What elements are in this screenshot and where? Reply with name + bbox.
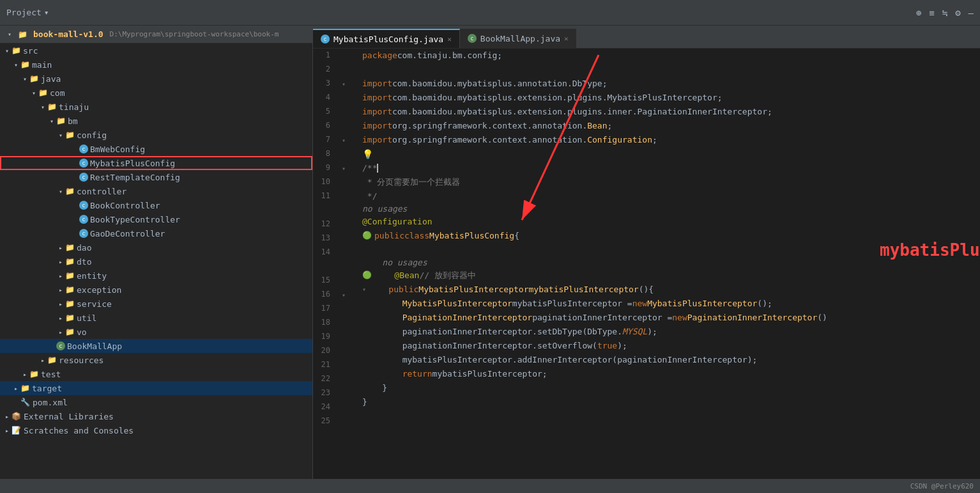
- chevron-config: [56, 132, 65, 139]
- external-icon: 📦: [11, 412, 21, 421]
- label-target: target: [32, 384, 62, 393]
- code-line-11: */: [362, 189, 980, 203]
- label-dto: dto: [77, 257, 91, 267]
- ln-9: 9: [313, 161, 335, 175]
- line-numbers: 1 2 3 4 5 6 7 8 9 10 11 · 12 13 14 · 15 …: [313, 49, 342, 479]
- tree-item-test[interactable]: 📁 test: [0, 367, 312, 381]
- ln-23: 23: [313, 386, 335, 400]
- code-line-3: import com.baomidou.mybatisplus.annotati…: [362, 77, 980, 91]
- g5: [342, 105, 356, 119]
- label-gaodecontroller: GaoDeController: [90, 229, 165, 239]
- ln-19: 19: [313, 330, 335, 344]
- close-bookmall[interactable]: ✕: [564, 35, 569, 43]
- tree-item-resttemplateconfig[interactable]: c RestTemplateConfig: [0, 170, 312, 184]
- settings-icon[interactable]: ⚙: [955, 8, 960, 18]
- label-main: main: [32, 60, 52, 70]
- label-util: util: [77, 313, 96, 323]
- close-mybatis[interactable]: ✕: [447, 35, 452, 43]
- ln-21: 21: [313, 358, 335, 372]
- tree-item-pomxml[interactable]: 🔧 pom.xml: [0, 395, 312, 409]
- ln-17: 17: [313, 302, 335, 316]
- tree-item-main[interactable]: 📁 main: [0, 58, 312, 72]
- ln-3: 3: [313, 77, 335, 91]
- g21: [342, 358, 356, 372]
- g1: [342, 49, 356, 63]
- locate-icon[interactable]: ⊕: [916, 8, 921, 18]
- chevron-service: [56, 301, 65, 308]
- tree-item-resources[interactable]: 📁 resources: [0, 353, 312, 367]
- tree-item-bm[interactable]: 📁 bm: [0, 114, 312, 128]
- chevron-vo: [56, 329, 65, 336]
- tree-item-tinaju[interactable]: 📁 tinaju: [0, 100, 312, 114]
- tree-item-target[interactable]: 📁 target: [0, 381, 312, 395]
- toolbar-icons: ⊕ ≡ ≒ ⚙ —: [916, 8, 974, 18]
- project-text: Project: [6, 8, 42, 17]
- chevron-com: [29, 90, 38, 97]
- minimize-icon[interactable]: —: [969, 8, 974, 18]
- g16-collapse[interactable]: ▾: [342, 288, 356, 302]
- g15: [342, 274, 356, 288]
- collapse-icon-16[interactable]: ▾: [362, 285, 366, 295]
- chevron-resources: [38, 357, 47, 364]
- ln-11: 11: [313, 189, 335, 203]
- tree-item-bookmallapp[interactable]: c BookMallApp: [0, 339, 312, 353]
- tree-item-vo[interactable]: 📁 vo: [0, 325, 312, 339]
- tree-item-gaodecontroller[interactable]: c GaoDeController: [0, 226, 312, 240]
- main-layout: 📁 book-mall-v1.0 D:\Myprogram\springboot…: [0, 26, 980, 479]
- label-bookcontroller: BookController: [90, 201, 160, 210]
- code-line-13: 🟢 public class MybatisPlusConfig {: [362, 229, 980, 243]
- label-pomxml: pom.xml: [33, 398, 68, 407]
- expand-icon[interactable]: ≒: [942, 8, 947, 18]
- lightbulb-icon: 💡: [362, 147, 373, 161]
- code-line-21: mybatisPlusInterceptor.addInnerIntercept…: [362, 353, 980, 367]
- tree-item-java[interactable]: 📁 java: [0, 72, 312, 86]
- tree-item-service[interactable]: 📁 service: [0, 297, 312, 311]
- chevron-scratches: [3, 427, 11, 434]
- ln-18: 18: [313, 316, 335, 330]
- ln-7: 7: [313, 133, 335, 147]
- chevron-bm: [47, 118, 56, 125]
- g3-collapse[interactable]: ▾: [342, 77, 356, 91]
- top-bar: Project ▾ ⊕ ≡ ≒ ⚙ —: [0, 0, 980, 26]
- tab-bookmall[interactable]: c BookMallApp.java ✕: [460, 29, 577, 48]
- code-area[interactable]: package com.tinaju.bm.config; import com…: [356, 49, 980, 479]
- tree-item-dto[interactable]: 📁 dto: [0, 254, 312, 269]
- code-line-nousages: no usages: [362, 203, 980, 215]
- ln-20: 20: [313, 344, 335, 358]
- sidebar: 📁 book-mall-v1.0 D:\Myprogram\springboot…: [0, 26, 313, 479]
- g7-collapse[interactable]: ▾: [342, 133, 356, 147]
- chevron-test: [20, 371, 29, 378]
- tree-item-controller[interactable]: 📁 controller: [0, 184, 312, 198]
- tree-item-dao[interactable]: 📁 dao: [0, 240, 312, 254]
- tree-item-exception[interactable]: 📁 exception: [0, 283, 312, 297]
- bean-gutter-icon: 🟢: [362, 230, 372, 242]
- tree-item-src[interactable]: 📁 src: [0, 43, 312, 58]
- g13: [342, 231, 356, 246]
- code-line-8: 💡: [362, 147, 980, 161]
- tree-item-external[interactable]: 📦 External Libraries: [0, 409, 312, 423]
- tree-item-util[interactable]: 📁 util: [0, 311, 312, 325]
- tab-mybatis[interactable]: c MybatisPlusConfig.java ✕: [313, 29, 460, 48]
- ln-6: 6: [313, 119, 335, 133]
- tree-item-mybatisplusconfig[interactable]: c MybatisPlusConfig: [0, 156, 312, 170]
- project-label[interactable]: Project ▾: [6, 8, 49, 17]
- tree-item-booktypecontroller[interactable]: c BookTypeController: [0, 212, 312, 226]
- tab-bar: c MybatisPlusConfig.java ✕ c BookMallApp…: [313, 26, 980, 49]
- tree-item-entity[interactable]: 📁 entity: [0, 269, 312, 283]
- tree-item-config[interactable]: 📁 config: [0, 128, 312, 142]
- chevron-down-project: [5, 31, 14, 38]
- folder-config-icon: 📁: [65, 130, 75, 139]
- code-line-15: 🟢 @Bean // 放到容器中: [362, 269, 980, 283]
- g19: [342, 330, 356, 344]
- chevron-entity: [56, 272, 65, 279]
- tree-item-scratches[interactable]: 📝 Scratches and Consoles: [0, 423, 312, 437]
- label-mybatisplusconfig: MybatisPlusConfig: [90, 159, 175, 168]
- g9-collapse[interactable]: ▾: [342, 161, 356, 175]
- ln-15: 15: [313, 274, 335, 288]
- tree-item-com[interactable]: 📁 com: [0, 86, 312, 100]
- tree-item-bookcontroller[interactable]: c BookController: [0, 198, 312, 212]
- code-line-22: return mybatisPlusInterceptor;: [362, 367, 980, 381]
- collapse-all-icon[interactable]: ≡: [929, 8, 934, 18]
- tree-item-bmwebconfig[interactable]: c BmWebConfig: [0, 142, 312, 156]
- java-icon-gaode: c: [79, 229, 88, 238]
